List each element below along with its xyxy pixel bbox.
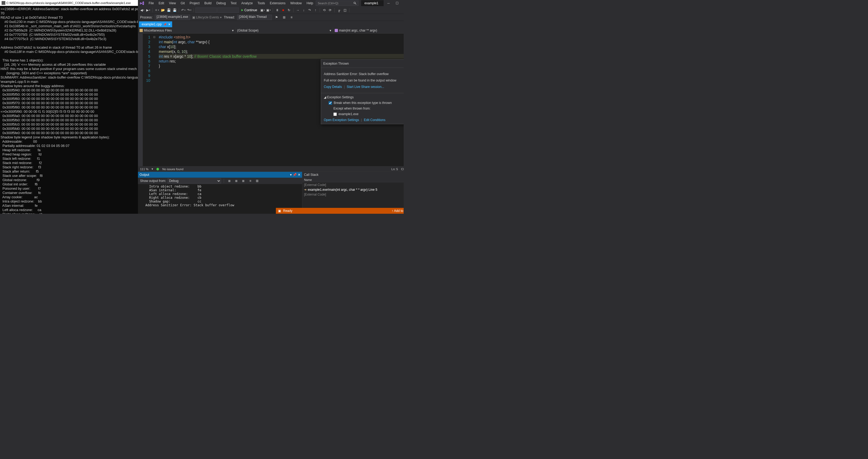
process-dropdown[interactable]: [23696] example1.exe bbox=[155, 15, 190, 20]
menu-build[interactable]: Build bbox=[203, 1, 214, 6]
open-exception-settings-link[interactable]: Open Exception Settings bbox=[324, 118, 359, 122]
nav-project-dropdown[interactable]: Miscellaneous Files▾ bbox=[138, 27, 236, 33]
thread-label: Thread: bbox=[224, 15, 235, 19]
output-source-dropdown[interactable]: Debug bbox=[167, 178, 221, 184]
file-icon bbox=[140, 29, 143, 32]
break-checkbox[interactable]: Break when this exception type is thrown bbox=[329, 100, 404, 105]
zoom-level[interactable]: 111 % bbox=[140, 167, 148, 171]
menu-help[interactable]: Help bbox=[305, 1, 315, 6]
main-toolbar: ◀ ▶ ✧ 📂 💾 💾 ↶ ↷ Continue ▣ ▣ ⏸ ■ ↻ → bbox=[138, 6, 404, 14]
step-over-button[interactable]: ↷ bbox=[307, 7, 312, 13]
nav-scope-dropdown[interactable]: (Global Scope)▾ bbox=[236, 27, 333, 33]
code-text[interactable]: #include <string.h> int main(int argc, c… bbox=[156, 34, 404, 166]
menu-analyze[interactable]: Analyze bbox=[239, 1, 255, 6]
out-btn-b[interactable]: ≣ bbox=[234, 178, 239, 184]
menu-view[interactable]: View bbox=[167, 1, 178, 6]
restart-button[interactable]: ↻ bbox=[286, 7, 292, 13]
outline-margin[interactable]: ⊟ bbox=[152, 34, 156, 166]
nav-fwd-button[interactable]: ▶ bbox=[146, 7, 151, 13]
output-dropdown-icon[interactable]: ▾ bbox=[290, 173, 292, 176]
redo-button[interactable]: ↷ bbox=[187, 7, 192, 13]
run-button[interactable]: ▣ bbox=[266, 7, 271, 13]
undo-button[interactable]: ↶ bbox=[181, 7, 186, 13]
edit-conditions-link[interactable]: Edit Conditions bbox=[364, 118, 385, 122]
close-button[interactable]: ✕ bbox=[402, 1, 404, 6]
svg-line-1 bbox=[355, 3, 356, 4]
nav-back-button[interactable]: ◀ bbox=[140, 7, 145, 13]
config-dropdown[interactable] bbox=[195, 7, 217, 13]
indicator-margin[interactable] bbox=[138, 34, 143, 166]
tool-d-button[interactable]: ◫ bbox=[342, 7, 347, 13]
copy-details-link[interactable]: Copy Details bbox=[324, 85, 342, 89]
exception-message: Address Sanitizer Error: Stack buffer ov… bbox=[324, 72, 404, 76]
callstack-header[interactable]: Call Stack ▾ 📌 ✕ bbox=[302, 172, 404, 178]
out-btn-e[interactable]: ⊞ bbox=[254, 178, 260, 184]
menu-file[interactable]: File bbox=[147, 1, 156, 6]
save-all-button[interactable]: 💾 bbox=[172, 7, 177, 13]
platform-dropdown[interactable] bbox=[217, 7, 239, 13]
exception-header: Exception Thrown 📌 ✕ bbox=[321, 60, 404, 68]
out-btn-c[interactable]: ≣ bbox=[241, 178, 246, 184]
start-liveshare-link[interactable]: Start Live Share session... bbox=[347, 85, 384, 89]
output-close-icon[interactable]: ✕ bbox=[298, 173, 301, 176]
tool-a-button[interactable]: ⟲ bbox=[321, 7, 327, 13]
menu-tools[interactable]: Tools bbox=[255, 1, 267, 6]
callstack-row: [External Code] bbox=[302, 183, 404, 187]
new-item-button[interactable]: ✧ bbox=[154, 7, 160, 13]
callstack-row: [External Code] bbox=[302, 192, 404, 197]
next-statement-button[interactable]: → bbox=[295, 7, 301, 13]
output-header[interactable]: Output ▾ 📌 ✕ bbox=[138, 172, 302, 178]
continue-button[interactable]: Continue bbox=[239, 7, 259, 13]
current-frame-icon: ➔ bbox=[304, 188, 307, 192]
run-target-button[interactable]: ▣ bbox=[260, 7, 265, 13]
menu-debug[interactable]: Debug bbox=[214, 1, 228, 6]
exception-title: Exception Thrown bbox=[323, 61, 349, 66]
menu-git[interactable]: Git bbox=[179, 1, 187, 6]
menu-edit[interactable]: Edit bbox=[156, 1, 166, 6]
menu-extensions[interactable]: Extensions bbox=[268, 1, 288, 6]
flag-button[interactable]: ⚑ bbox=[274, 15, 279, 20]
callstack-columns[interactable]: Name Lang bbox=[302, 178, 404, 183]
threads-button[interactable]: ⊞ bbox=[281, 15, 287, 20]
menu-project[interactable]: Project bbox=[187, 1, 202, 6]
console-window: C:\MSDN\cpp-docs-pr\docs\c-language\ASAN… bbox=[0, 0, 138, 214]
output-pin-icon[interactable]: 📌 bbox=[293, 173, 297, 176]
console-titlebar[interactable]: C:\MSDN\cpp-docs-pr\docs\c-language\ASAN… bbox=[0, 0, 138, 6]
save-button[interactable]: 💾 bbox=[166, 7, 172, 13]
exception-settings-expander[interactable]: ◢ Exception Settings bbox=[324, 95, 404, 100]
vs-logo-icon bbox=[140, 1, 144, 6]
menu-window[interactable]: Window bbox=[288, 1, 304, 6]
tool-b-button[interactable]: ⟳ bbox=[328, 7, 333, 13]
out-btn-d[interactable]: ≡ bbox=[248, 178, 253, 184]
visual-studio-window: File Edit View Git Project Build Debug T… bbox=[138, 0, 404, 214]
search-box[interactable]: Search (Ctrl+Q) bbox=[316, 1, 359, 6]
tool-c-button[interactable]: ╔ bbox=[336, 7, 342, 13]
thread-dropdown[interactable]: [2604] Main Thread bbox=[237, 15, 272, 20]
tab-example1-cpp[interactable]: example1.cpp 📌 ✕ bbox=[139, 21, 172, 27]
except-from-label: Except when thrown from: bbox=[333, 106, 404, 111]
open-button[interactable]: 📂 bbox=[160, 7, 165, 13]
nav-function-dropdown[interactable]: main(int argc, char ** argv)▾ bbox=[333, 27, 404, 33]
search-placeholder: Search (Ctrl+Q) bbox=[317, 2, 338, 5]
pause-button[interactable]: ⏸ bbox=[275, 7, 280, 13]
menu-test[interactable]: Test bbox=[228, 1, 239, 6]
console-output[interactable]: ==23696==ERROR: AddressSanitizer: stack-… bbox=[0, 6, 138, 214]
lifecycle-dropdown[interactable]: ▣ Lifecycle Events ▾ bbox=[192, 15, 222, 19]
out-btn-a[interactable]: ≣ bbox=[227, 178, 232, 184]
close-tab-icon[interactable]: ✕ bbox=[168, 23, 170, 26]
minimize-button[interactable]: ─ bbox=[385, 1, 392, 6]
stack-button[interactable]: ≡ bbox=[289, 15, 294, 20]
show-output-label: Show output from: bbox=[140, 179, 166, 183]
char-indicator[interactable]: Ch: 1 bbox=[401, 167, 404, 171]
add-source-control-button[interactable]: ↑ Add to Source Control ▴ bbox=[392, 209, 404, 213]
stop-button[interactable]: ■ bbox=[280, 7, 286, 13]
maximize-button[interactable]: ☐ bbox=[393, 1, 401, 6]
step-out-button[interactable]: ↑ bbox=[313, 7, 318, 13]
step-into-button[interactable]: ↓ bbox=[301, 7, 306, 13]
pin-icon[interactable]: 📌 bbox=[163, 23, 166, 26]
svg-point-0 bbox=[354, 2, 355, 4]
line-indicator[interactable]: Ln: 5 bbox=[391, 167, 398, 171]
play-icon bbox=[241, 9, 243, 11]
module-checkbox[interactable]: example1.exe bbox=[333, 112, 404, 117]
code-editor[interactable]: 12345678910 ⊟ #include <string.h> int ma… bbox=[138, 34, 404, 166]
